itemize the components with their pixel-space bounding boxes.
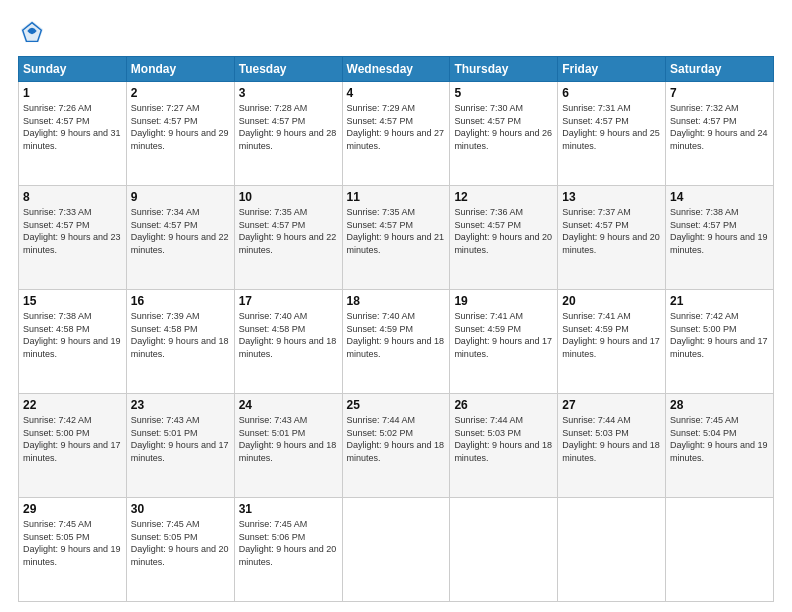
day-info: Sunrise: 7:32 AMSunset: 4:57 PMDaylight:… <box>670 102 769 152</box>
calendar-cell: 5Sunrise: 7:30 AMSunset: 4:57 PMDaylight… <box>450 82 558 186</box>
day-info: Sunrise: 7:41 AMSunset: 4:59 PMDaylight:… <box>562 310 661 360</box>
day-info: Sunrise: 7:30 AMSunset: 4:57 PMDaylight:… <box>454 102 553 152</box>
calendar-cell: 12Sunrise: 7:36 AMSunset: 4:57 PMDayligh… <box>450 186 558 290</box>
calendar-cell: 28Sunrise: 7:45 AMSunset: 5:04 PMDayligh… <box>666 394 774 498</box>
day-info: Sunrise: 7:34 AMSunset: 4:57 PMDaylight:… <box>131 206 230 256</box>
calendar-cell: 7Sunrise: 7:32 AMSunset: 4:57 PMDaylight… <box>666 82 774 186</box>
day-number: 12 <box>454 190 553 204</box>
day-number: 29 <box>23 502 122 516</box>
day-number: 30 <box>131 502 230 516</box>
day-number: 10 <box>239 190 338 204</box>
calendar-cell: 14Sunrise: 7:38 AMSunset: 4:57 PMDayligh… <box>666 186 774 290</box>
calendar-cell: 29Sunrise: 7:45 AMSunset: 5:05 PMDayligh… <box>19 498 127 602</box>
weekday-header-sunday: Sunday <box>19 57 127 82</box>
day-info: Sunrise: 7:33 AMSunset: 4:57 PMDaylight:… <box>23 206 122 256</box>
calendar-cell: 8Sunrise: 7:33 AMSunset: 4:57 PMDaylight… <box>19 186 127 290</box>
day-info: Sunrise: 7:44 AMSunset: 5:03 PMDaylight:… <box>562 414 661 464</box>
day-info: Sunrise: 7:44 AMSunset: 5:03 PMDaylight:… <box>454 414 553 464</box>
day-number: 18 <box>347 294 446 308</box>
calendar-cell: 20Sunrise: 7:41 AMSunset: 4:59 PMDayligh… <box>558 290 666 394</box>
day-number: 13 <box>562 190 661 204</box>
day-number: 9 <box>131 190 230 204</box>
calendar-cell: 9Sunrise: 7:34 AMSunset: 4:57 PMDaylight… <box>126 186 234 290</box>
day-info: Sunrise: 7:38 AMSunset: 4:58 PMDaylight:… <box>23 310 122 360</box>
day-info: Sunrise: 7:35 AMSunset: 4:57 PMDaylight:… <box>239 206 338 256</box>
day-number: 25 <box>347 398 446 412</box>
calendar-cell: 10Sunrise: 7:35 AMSunset: 4:57 PMDayligh… <box>234 186 342 290</box>
calendar-cell: 13Sunrise: 7:37 AMSunset: 4:57 PMDayligh… <box>558 186 666 290</box>
calendar-cell: 30Sunrise: 7:45 AMSunset: 5:05 PMDayligh… <box>126 498 234 602</box>
weekday-header-thursday: Thursday <box>450 57 558 82</box>
weekday-header-tuesday: Tuesday <box>234 57 342 82</box>
calendar-cell: 21Sunrise: 7:42 AMSunset: 5:00 PMDayligh… <box>666 290 774 394</box>
page: SundayMondayTuesdayWednesdayThursdayFrid… <box>0 0 792 612</box>
day-info: Sunrise: 7:29 AMSunset: 4:57 PMDaylight:… <box>347 102 446 152</box>
day-info: Sunrise: 7:31 AMSunset: 4:57 PMDaylight:… <box>562 102 661 152</box>
day-info: Sunrise: 7:40 AMSunset: 4:59 PMDaylight:… <box>347 310 446 360</box>
calendar-cell <box>666 498 774 602</box>
day-number: 14 <box>670 190 769 204</box>
day-number: 27 <box>562 398 661 412</box>
weekday-header-friday: Friday <box>558 57 666 82</box>
day-info: Sunrise: 7:42 AMSunset: 5:00 PMDaylight:… <box>670 310 769 360</box>
calendar-cell <box>342 498 450 602</box>
day-number: 2 <box>131 86 230 100</box>
day-info: Sunrise: 7:41 AMSunset: 4:59 PMDaylight:… <box>454 310 553 360</box>
day-number: 28 <box>670 398 769 412</box>
day-number: 8 <box>23 190 122 204</box>
day-number: 15 <box>23 294 122 308</box>
calendar-cell: 11Sunrise: 7:35 AMSunset: 4:57 PMDayligh… <box>342 186 450 290</box>
day-number: 26 <box>454 398 553 412</box>
day-info: Sunrise: 7:26 AMSunset: 4:57 PMDaylight:… <box>23 102 122 152</box>
day-info: Sunrise: 7:35 AMSunset: 4:57 PMDaylight:… <box>347 206 446 256</box>
calendar-cell: 24Sunrise: 7:43 AMSunset: 5:01 PMDayligh… <box>234 394 342 498</box>
calendar-cell: 22Sunrise: 7:42 AMSunset: 5:00 PMDayligh… <box>19 394 127 498</box>
day-number: 23 <box>131 398 230 412</box>
calendar-cell: 4Sunrise: 7:29 AMSunset: 4:57 PMDaylight… <box>342 82 450 186</box>
day-number: 11 <box>347 190 446 204</box>
day-info: Sunrise: 7:37 AMSunset: 4:57 PMDaylight:… <box>562 206 661 256</box>
calendar-cell: 1Sunrise: 7:26 AMSunset: 4:57 PMDaylight… <box>19 82 127 186</box>
calendar-cell: 15Sunrise: 7:38 AMSunset: 4:58 PMDayligh… <box>19 290 127 394</box>
calendar-cell: 19Sunrise: 7:41 AMSunset: 4:59 PMDayligh… <box>450 290 558 394</box>
calendar-cell: 16Sunrise: 7:39 AMSunset: 4:58 PMDayligh… <box>126 290 234 394</box>
day-info: Sunrise: 7:38 AMSunset: 4:57 PMDaylight:… <box>670 206 769 256</box>
day-info: Sunrise: 7:44 AMSunset: 5:02 PMDaylight:… <box>347 414 446 464</box>
day-number: 21 <box>670 294 769 308</box>
day-info: Sunrise: 7:43 AMSunset: 5:01 PMDaylight:… <box>239 414 338 464</box>
day-number: 4 <box>347 86 446 100</box>
day-number: 5 <box>454 86 553 100</box>
calendar-cell: 23Sunrise: 7:43 AMSunset: 5:01 PMDayligh… <box>126 394 234 498</box>
day-number: 3 <box>239 86 338 100</box>
day-number: 19 <box>454 294 553 308</box>
header <box>18 18 774 46</box>
day-number: 7 <box>670 86 769 100</box>
day-info: Sunrise: 7:36 AMSunset: 4:57 PMDaylight:… <box>454 206 553 256</box>
logo <box>18 18 50 46</box>
day-info: Sunrise: 7:39 AMSunset: 4:58 PMDaylight:… <box>131 310 230 360</box>
calendar-table: SundayMondayTuesdayWednesdayThursdayFrid… <box>18 56 774 602</box>
weekday-header-monday: Monday <box>126 57 234 82</box>
day-number: 6 <box>562 86 661 100</box>
calendar-cell: 26Sunrise: 7:44 AMSunset: 5:03 PMDayligh… <box>450 394 558 498</box>
calendar-cell: 18Sunrise: 7:40 AMSunset: 4:59 PMDayligh… <box>342 290 450 394</box>
logo-icon <box>18 18 46 46</box>
day-number: 22 <box>23 398 122 412</box>
calendar-cell: 27Sunrise: 7:44 AMSunset: 5:03 PMDayligh… <box>558 394 666 498</box>
calendar-cell <box>450 498 558 602</box>
day-info: Sunrise: 7:43 AMSunset: 5:01 PMDaylight:… <box>131 414 230 464</box>
day-number: 24 <box>239 398 338 412</box>
day-info: Sunrise: 7:45 AMSunset: 5:06 PMDaylight:… <box>239 518 338 568</box>
day-info: Sunrise: 7:42 AMSunset: 5:00 PMDaylight:… <box>23 414 122 464</box>
calendar-cell: 6Sunrise: 7:31 AMSunset: 4:57 PMDaylight… <box>558 82 666 186</box>
calendar-cell: 25Sunrise: 7:44 AMSunset: 5:02 PMDayligh… <box>342 394 450 498</box>
calendar-cell: 2Sunrise: 7:27 AMSunset: 4:57 PMDaylight… <box>126 82 234 186</box>
weekday-header-saturday: Saturday <box>666 57 774 82</box>
day-number: 20 <box>562 294 661 308</box>
calendar-cell: 17Sunrise: 7:40 AMSunset: 4:58 PMDayligh… <box>234 290 342 394</box>
day-number: 1 <box>23 86 122 100</box>
day-info: Sunrise: 7:45 AMSunset: 5:05 PMDaylight:… <box>131 518 230 568</box>
day-number: 16 <box>131 294 230 308</box>
day-info: Sunrise: 7:27 AMSunset: 4:57 PMDaylight:… <box>131 102 230 152</box>
calendar-cell: 3Sunrise: 7:28 AMSunset: 4:57 PMDaylight… <box>234 82 342 186</box>
